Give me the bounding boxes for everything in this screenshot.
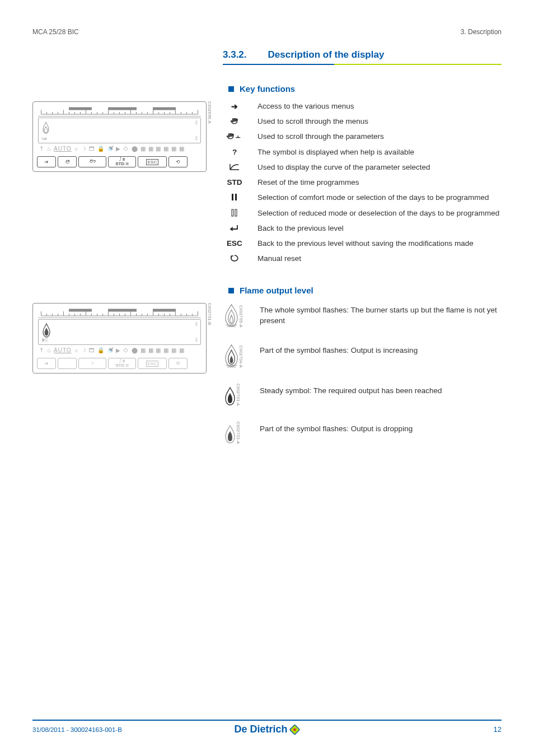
key-desc: Access to the various menus bbox=[257, 101, 502, 111]
square-bullet-icon bbox=[228, 86, 234, 92]
key-desc: The symbol is displayed when help is ava… bbox=[257, 147, 502, 157]
header-right: 3. Description bbox=[461, 28, 502, 36]
key-desc: Manual reset bbox=[257, 254, 502, 264]
svg-rect-69 bbox=[153, 309, 176, 311]
lcd-btn-scroll: 🖑 bbox=[58, 156, 77, 167]
section-number: 3.3.2. bbox=[223, 49, 247, 60]
square-bullet-icon bbox=[228, 288, 234, 293]
svg-rect-33 bbox=[232, 194, 233, 200]
up-arrow-icon: ⇧ bbox=[194, 120, 199, 125]
lcd-icons-row: ⤒ ♨ AUTO ☼ ☽ 🗔 🔒 🚿 ▶ ⏲ ⬤ ▦ ▦ ▦ ▦ ▦ ▦ bbox=[39, 146, 201, 155]
key-row: STDReset of the time programmes bbox=[224, 178, 502, 188]
flame-dropping-icon: C002703-A bbox=[224, 422, 243, 444]
key-row: ESCBack to the previous level without sa… bbox=[224, 239, 502, 249]
arrow-right-icon: ➔ bbox=[224, 101, 245, 111]
key-row: Selection of comfort mode or selection o… bbox=[224, 193, 502, 203]
lcd-diagram-flame: ⇧ ⇩ ▮▯▯ ⤒ ♨ AUTO ☼ ☽ 🗔 🔒 🚿 ▶ ⏲ ⬤ ▦ ▦ ▦ ▦… bbox=[32, 303, 212, 376]
svg-rect-35 bbox=[232, 209, 233, 216]
lcd-btn-help: ? bbox=[78, 358, 106, 369]
esc-label: ESC bbox=[224, 239, 245, 248]
lcd-btn-enter: ➔ bbox=[37, 358, 56, 369]
down-arrow-icon: ⇩ bbox=[194, 136, 199, 141]
back-icon bbox=[224, 223, 245, 232]
down-arrow-icon: ⇩ bbox=[194, 337, 199, 343]
svg-rect-32 bbox=[153, 108, 176, 110]
svg-rect-34 bbox=[235, 194, 237, 200]
flame-code: C002703-A bbox=[236, 384, 240, 406]
key-desc: Reset of the time programmes bbox=[257, 178, 502, 188]
lcd-btn-reset: ⟲ bbox=[168, 156, 188, 167]
curve-icon bbox=[224, 162, 245, 172]
diagram-code: C002696-A bbox=[208, 101, 212, 124]
svg-point-75 bbox=[293, 728, 296, 731]
ruler-icon bbox=[39, 107, 200, 115]
svg-rect-36 bbox=[235, 209, 237, 216]
header-left: MCA 25/28 BIC bbox=[32, 28, 79, 36]
subheading-text: Flame output level bbox=[240, 286, 313, 295]
section-rule bbox=[223, 64, 502, 65]
key-row: Used to display the curve of the paramet… bbox=[224, 162, 502, 172]
subheading-key-functions: Key functions bbox=[228, 84, 502, 94]
key-desc: Selection of reduced mode or deselection… bbox=[257, 208, 502, 218]
key-row: Manual reset bbox=[224, 254, 502, 264]
lcd-btn-reset: ⟲ bbox=[168, 358, 188, 369]
lcd-icons-row: ⤒ ♨ AUTO ☼ ☽ 🗔 🔒 🚿 ▶ ⏲ ⬤ ▦ ▦ ▦ ▦ ▦ ▦ bbox=[39, 347, 201, 356]
flame-item: C002703-A Part of the symbol flashes: Ou… bbox=[224, 422, 502, 444]
flame-item: C002703-A Steady symbol: The required ou… bbox=[224, 384, 502, 406]
key-desc: Back to the previous level without savin… bbox=[257, 239, 502, 249]
svg-rect-67 bbox=[69, 309, 92, 311]
flame-desc: Steady symbol: The required output has b… bbox=[260, 384, 502, 396]
flame-code: C002704-A bbox=[239, 346, 243, 368]
diagram-code: C002701-B bbox=[208, 303, 212, 325]
bar-label: ▮▯▯ bbox=[42, 338, 48, 342]
up-arrow-icon: ⇧ bbox=[194, 321, 199, 327]
key-row: 🖑⫠Used to scroll through the parameters bbox=[224, 132, 502, 142]
key-desc: Used to scroll through the menus bbox=[257, 116, 502, 127]
flame-desc: Part of the symbol flashes: Output is dr… bbox=[260, 422, 502, 434]
brand-logo: De Dietrich bbox=[234, 724, 299, 735]
flame-output-table: C002705-A The whole symbol flashes: The … bbox=[224, 303, 502, 460]
flame-increasing-icon: C002704-A bbox=[224, 343, 243, 368]
key-desc: Back to the previous level bbox=[257, 223, 502, 234]
lcd-btn-enter: ➔ bbox=[37, 156, 56, 167]
flame-code: C002705-A bbox=[239, 305, 243, 328]
flame-steady-icon: C002703-A bbox=[224, 384, 243, 406]
lcd-btn-help: 🖑? bbox=[78, 156, 106, 167]
svg-rect-30 bbox=[69, 108, 92, 110]
page-number: 12 bbox=[494, 725, 502, 734]
page-footer: 31/08/2011 - 300024163-001-B De Dietrich… bbox=[32, 720, 502, 734]
lcd-btn-scroll bbox=[58, 358, 77, 369]
flame-desc: Part of the symbol flashes: Output is in… bbox=[260, 343, 502, 356]
footer-left: 31/08/2011 - 300024163-001-B bbox=[32, 726, 122, 733]
section-heading: 3.3.2. Description of the display bbox=[223, 49, 502, 63]
ruler-icon bbox=[39, 309, 200, 316]
subheading-flame-output: Flame output level bbox=[228, 286, 502, 295]
reset-icon bbox=[224, 254, 245, 264]
lcd-btn-esc: ESC bbox=[138, 358, 167, 369]
flame-icon bbox=[42, 122, 50, 134]
flame-whole-icon: C002705-A bbox=[224, 303, 243, 328]
key-desc: Used to scroll through the parameters bbox=[257, 132, 502, 142]
bars-half-icon bbox=[224, 208, 245, 218]
svg-rect-31 bbox=[109, 108, 137, 110]
key-row: ?The symbol is displayed when help is av… bbox=[224, 147, 502, 157]
flame-icon bbox=[42, 323, 51, 338]
brand-diamond-icon bbox=[290, 725, 300, 735]
scroll-param-icon: 🖑⫠ bbox=[224, 132, 245, 141]
question-icon: ? bbox=[224, 147, 245, 156]
key-desc: Used to display the curve of the paramet… bbox=[257, 162, 502, 172]
flame-item: C002705-A The whole symbol flashes: The … bbox=[224, 303, 502, 328]
lcd-diagram-keys: ⇧ ⇩ bar ⤒ ♨ AUTO ☼ ☽ 🗔 🔒 🚿 ▶ ⏲ ⬤ ▦ ▦ ▦ ▦… bbox=[32, 101, 212, 174]
lcd-btn-std: ⤴ ll STD lll bbox=[108, 156, 136, 167]
key-row: Selection of reduced mode or deselection… bbox=[224, 208, 502, 218]
key-row: Back to the previous level bbox=[224, 223, 502, 234]
bars-full-icon bbox=[224, 193, 245, 203]
scroll-menu-icon: 🖑 bbox=[224, 116, 245, 125]
page-header: MCA 25/28 BIC 3. Description bbox=[32, 28, 502, 36]
subheading-text: Key functions bbox=[240, 84, 295, 94]
lcd-btn-std: ⤴ ll STD lll bbox=[108, 358, 136, 369]
flame-desc: The whole symbol flashes: The burner sta… bbox=[260, 303, 502, 325]
section-title: Description of the display bbox=[268, 49, 385, 60]
svg-rect-68 bbox=[109, 309, 137, 311]
bar-label: bar bbox=[42, 137, 47, 141]
